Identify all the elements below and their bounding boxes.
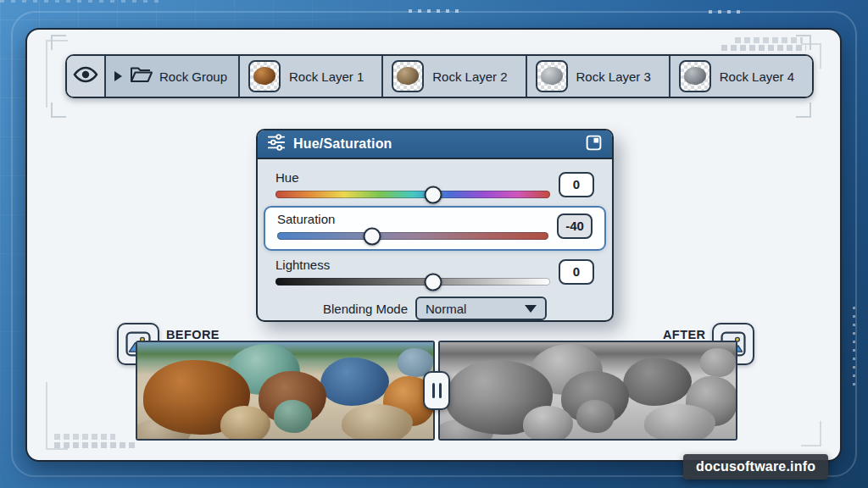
rock-shape <box>259 371 326 424</box>
saturation-label: Saturation <box>277 212 548 226</box>
hue-slider-row: Hue 0 <box>275 170 594 198</box>
dots-decoration <box>709 10 743 14</box>
saturation-slider-row: Saturation -40 <box>277 212 593 240</box>
comparison-drag-handle[interactable] <box>423 371 450 410</box>
before-label: BEFORE <box>166 323 220 341</box>
registration-mark <box>796 103 811 118</box>
dialog-header: Hue/Saturation <box>258 130 612 159</box>
pixel-decoration <box>721 45 806 51</box>
chevron-down-icon <box>525 305 537 313</box>
layer-label: Rock Layer 3 <box>576 69 651 84</box>
drag-grip-icon <box>432 383 435 398</box>
saturation-slider-track[interactable] <box>277 232 548 240</box>
drag-grip-icon <box>439 383 442 398</box>
layer-visibility-toggle[interactable] <box>67 56 106 97</box>
corner-bracket <box>46 382 68 450</box>
layer-label: Rock Layer 1 <box>289 69 364 84</box>
lightness-slider-track[interactable] <box>275 278 550 286</box>
dots-decoration <box>409 9 463 13</box>
sliders-icon <box>267 133 286 155</box>
layer-item-rock-layer-3[interactable]: Rock Layer 3 <box>527 56 670 97</box>
lightness-slider-row: Lightness 0 <box>275 258 594 286</box>
rock-shape <box>136 419 191 441</box>
rock-shape <box>143 360 250 435</box>
rock-shape <box>529 344 603 394</box>
lightness-slider-handle[interactable] <box>425 273 442 291</box>
rock-shape <box>576 400 615 433</box>
dots-decoration <box>853 307 855 391</box>
rock-shape <box>446 360 553 435</box>
app-background: Rock Group Rock Layer 1 Rock Layer 2 Roc… <box>0 0 868 488</box>
rock-shape <box>523 406 573 441</box>
chevron-right-icon[interactable] <box>114 71 122 81</box>
layer-item-rock-layer-2[interactable]: Rock Layer 2 <box>383 56 526 97</box>
dialog-body: Hue 0 Saturation <box>258 159 612 322</box>
dialog-title: Hue/Saturation <box>293 136 392 152</box>
lightness-value-field[interactable]: 0 <box>559 259 594 285</box>
layer-item-rock-layer-4[interactable]: Rock Layer 4 <box>670 56 812 97</box>
eye-icon <box>73 65 98 87</box>
rock-shape <box>686 376 737 426</box>
saturation-selected-panel: Saturation -40 <box>264 206 606 251</box>
watermark: docusoftware.info <box>683 454 828 480</box>
folder-open-icon <box>129 64 153 88</box>
blending-mode-row: Blending Mode Normal <box>275 297 594 320</box>
blending-mode-value: Normal <box>426 302 466 316</box>
blending-mode-dropdown[interactable]: Normal <box>415 297 547 320</box>
after-label: AFTER <box>663 323 705 341</box>
hue-label: Hue <box>275 170 550 185</box>
layer-group-label: Rock Group <box>159 69 227 84</box>
panel-icon[interactable] <box>585 134 603 155</box>
layer-item-rock-layer-1[interactable]: Rock Layer 1 <box>240 56 383 97</box>
layer-label: Rock Layer 2 <box>432 69 507 84</box>
layer-thumbnail <box>536 60 568 92</box>
hue-value-field[interactable]: 0 <box>559 172 594 197</box>
rock-shape <box>320 358 388 406</box>
pixel-decoration <box>735 37 803 43</box>
before-after-comparison <box>136 341 737 441</box>
layer-thumbnail <box>679 60 711 92</box>
lightness-label: Lightness <box>275 258 550 272</box>
dots-decoration <box>0 0 161 3</box>
rock-shape <box>438 419 493 441</box>
hue-slider-track[interactable] <box>275 191 550 198</box>
layers-bar: Rock Group Rock Layer 1 Rock Layer 2 Roc… <box>65 54 814 98</box>
layer-thumbnail <box>248 60 281 92</box>
editor-canvas: Rock Group Rock Layer 1 Rock Layer 2 Roc… <box>25 28 842 462</box>
before-image <box>136 341 435 441</box>
blending-mode-label: Blending Mode <box>323 302 408 316</box>
saturation-slider-handle[interactable] <box>364 227 381 245</box>
rock-shape <box>644 404 715 441</box>
layer-group-rock-group[interactable]: Rock Group <box>106 56 240 97</box>
after-rocks-photo <box>440 342 736 439</box>
rock-shape <box>220 406 270 441</box>
rock-shape <box>561 371 629 424</box>
before-rocks-photo <box>137 342 433 439</box>
rock-shape <box>342 404 413 441</box>
hue-saturation-dialog: Hue/Saturation Hue 0 <box>256 129 614 322</box>
registration-mark <box>51 103 66 118</box>
corner-bracket <box>801 421 821 446</box>
rock-shape <box>226 344 300 394</box>
layer-label: Rock Layer 4 <box>720 69 794 84</box>
after-image <box>438 341 737 441</box>
pixel-decoration <box>54 434 115 440</box>
rock-shape <box>274 400 312 433</box>
layer-thumbnail <box>392 60 424 92</box>
rock-shape <box>700 348 736 377</box>
rock-shape <box>623 358 691 406</box>
registration-mark <box>51 35 66 50</box>
hue-slider-handle[interactable] <box>425 186 442 203</box>
saturation-value-field[interactable]: -40 <box>557 214 593 239</box>
pixel-decoration <box>54 442 136 448</box>
